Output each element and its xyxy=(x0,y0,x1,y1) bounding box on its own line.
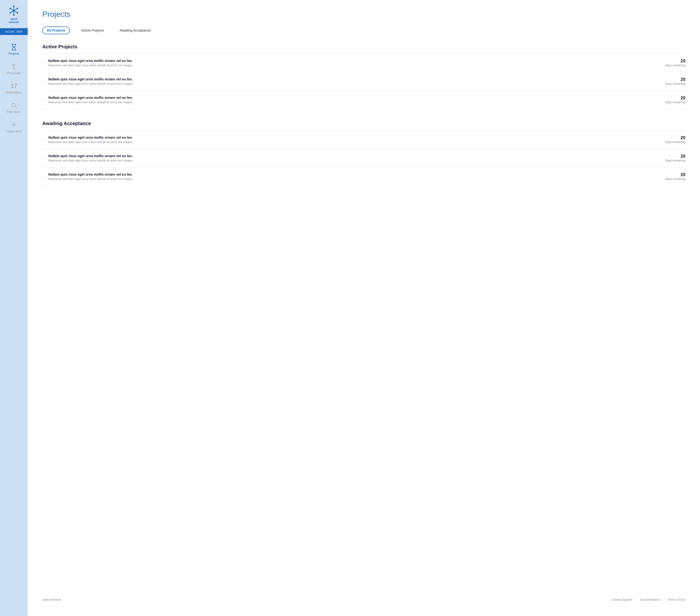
chevron-right-icon-aw-1: › xyxy=(42,156,43,160)
search-icon xyxy=(11,102,17,109)
svg-point-8 xyxy=(13,14,15,16)
chevron-right-icon-aw-2: › xyxy=(42,175,43,179)
project-days-1: 20 Days remaining xyxy=(665,77,685,86)
svg-point-12 xyxy=(17,12,18,14)
awaiting-project-desc-2: Maecenas sed diam eget risus varius blan… xyxy=(48,177,665,181)
awaiting-project-desc-0: Maecenas sed diam eget risus varius blan… xyxy=(48,140,665,144)
hourglass-icon xyxy=(11,44,17,51)
footer-link-terms[interactable]: Terms Of Use xyxy=(668,598,685,601)
awaiting-project-item-1[interactable]: › Nullam quis risus eget urna mollis orn… xyxy=(42,149,685,167)
svg-point-7 xyxy=(13,5,15,7)
awaiting-project-info-1: Nullam quis risus eget urna mollis ornar… xyxy=(48,154,665,162)
wallet-badge[interactable]: 0x21e6...3324 xyxy=(0,28,28,35)
sidebar-item-notifications[interactable]: 17 Notifications xyxy=(0,80,28,97)
footer-links: Contact Support Documnetation Terms Of U… xyxy=(611,598,685,601)
project-info-0: Nullam quis risus eget urna mollis ornar… xyxy=(48,59,665,67)
active-project-item-2[interactable]: › Nullam quis risus eget urna mollis orn… xyxy=(42,91,685,109)
project-days-0: 20 Days remaining xyxy=(665,59,685,67)
awaiting-project-desc-1: Maecenas sed diam eget risus varius blan… xyxy=(48,159,665,162)
project-name-1: Nullam quis risus eget urna mollis ornar… xyxy=(48,77,665,81)
awaiting-project-name-1: Nullam quis risus eget urna mollis ornar… xyxy=(48,154,665,158)
awaiting-project-days-1: 20 Days remaining xyxy=(665,154,685,162)
tab-active-projects[interactable]: Active Projects xyxy=(77,27,108,34)
sidebar-item-label-create-work: Create Work xyxy=(5,130,22,133)
chevron-right-icon-2: › xyxy=(42,98,43,102)
sidebar-item-proposals[interactable]: Proposals xyxy=(0,60,28,78)
awaiting-acceptance-section: Awaiting Acceptance › Nullam quis risus … xyxy=(42,121,685,197)
footer: Spect Network Contact Support Documnetat… xyxy=(42,583,685,601)
notifications-count: 17 xyxy=(11,82,17,89)
footer-link-contact-support[interactable]: Contact Support xyxy=(611,598,633,601)
sidebar-item-create-work[interactable]: Create Work xyxy=(0,118,28,136)
awaiting-project-item-2[interactable]: › Nullam quis risus eget urna mollis orn… xyxy=(42,167,685,186)
logo-icon xyxy=(8,5,20,16)
awaiting-project-name-2: Nullam quis risus eget urna mollis ornar… xyxy=(48,172,665,176)
sidebar: spect network 0x21e6...3324 Projects Pro… xyxy=(0,0,28,616)
sidebar-item-label-find-work: Find Work xyxy=(7,110,21,114)
sidebar-item-projects[interactable]: Projects xyxy=(0,41,28,58)
svg-point-10 xyxy=(17,8,18,9)
project-info-2: Nullam quis risus eget urna mollis ornar… xyxy=(48,96,665,104)
sidebar-item-label-notifications: Notifications xyxy=(6,91,22,94)
active-projects-title: Active Projects xyxy=(42,44,685,50)
sidebar-item-label-proposals: Proposals xyxy=(7,72,20,75)
logo-text: spect network xyxy=(9,17,19,24)
awaiting-project-days-0: 20 Days remaining xyxy=(665,135,685,144)
active-projects-section: Active Projects › Nullam quis risus eget… xyxy=(42,44,685,121)
chevron-right-icon-0: › xyxy=(42,61,43,65)
footer-link-documentation[interactable]: Documnetation xyxy=(640,598,660,601)
awaiting-acceptance-list: › Nullam quis risus eget urna mollis orn… xyxy=(42,130,685,186)
sidebar-item-label-projects: Projects xyxy=(9,52,19,55)
page-title: Projects xyxy=(42,10,685,19)
tabs: All Projects Active Projects Awaiting Ac… xyxy=(42,26,685,34)
awaiting-project-item-0[interactable]: › Nullam quis risus eget urna mollis orn… xyxy=(42,130,685,149)
tab-all-projects[interactable]: All Projects xyxy=(42,26,70,34)
project-name-2: Nullam quis risus eget urna mollis ornar… xyxy=(48,96,665,100)
awaiting-project-info-0: Nullam quis risus eget urna mollis ornar… xyxy=(48,136,665,144)
project-info-1: Nullam quis risus eget urna mollis ornar… xyxy=(48,77,665,86)
chevron-right-icon-1: › xyxy=(42,79,43,83)
sidebar-item-find-work[interactable]: Find Work xyxy=(0,99,28,117)
logo: spect network xyxy=(0,0,28,28)
footer-brand: Spect Network xyxy=(42,598,61,601)
chevron-right-icon-aw-0: › xyxy=(42,138,43,142)
project-name-0: Nullam quis risus eget urna mollis ornar… xyxy=(48,59,665,63)
awaiting-project-name-0: Nullam quis risus eget urna mollis ornar… xyxy=(48,136,665,139)
project-desc-1: Maecenas sed diam eget risus varius blan… xyxy=(48,82,665,86)
plus-icon xyxy=(11,121,17,128)
main-content: Projects All Projects Active Projects Aw… xyxy=(28,0,700,616)
awaiting-project-info-2: Nullam quis risus eget urna mollis ornar… xyxy=(48,172,665,181)
awaiting-acceptance-title: Awaiting Acceptance xyxy=(42,121,685,126)
tab-awaiting-acceptance[interactable]: Awaiting Acceptance xyxy=(116,27,155,34)
sidebar-nav: Projects Proposals 17 Notifications xyxy=(0,35,28,136)
project-desc-0: Maecenas sed diam eget risus varius blan… xyxy=(48,64,665,67)
svg-point-9 xyxy=(10,8,11,9)
svg-line-14 xyxy=(15,106,16,108)
project-days-2: 20 Days remaining xyxy=(665,95,685,104)
active-project-item-1[interactable]: › Nullam quis risus eget urna mollis orn… xyxy=(42,72,685,91)
project-desc-2: Maecenas sed diam eget risus varius blan… xyxy=(48,101,665,104)
awaiting-project-days-2: 20 Days remaining xyxy=(665,172,685,181)
active-projects-list: › Nullam quis risus eget urna mollis orn… xyxy=(42,53,685,109)
paper-plane-icon xyxy=(11,63,17,70)
svg-point-11 xyxy=(10,12,11,14)
active-project-item-0[interactable]: › Nullam quis risus eget urna mollis orn… xyxy=(42,53,685,72)
